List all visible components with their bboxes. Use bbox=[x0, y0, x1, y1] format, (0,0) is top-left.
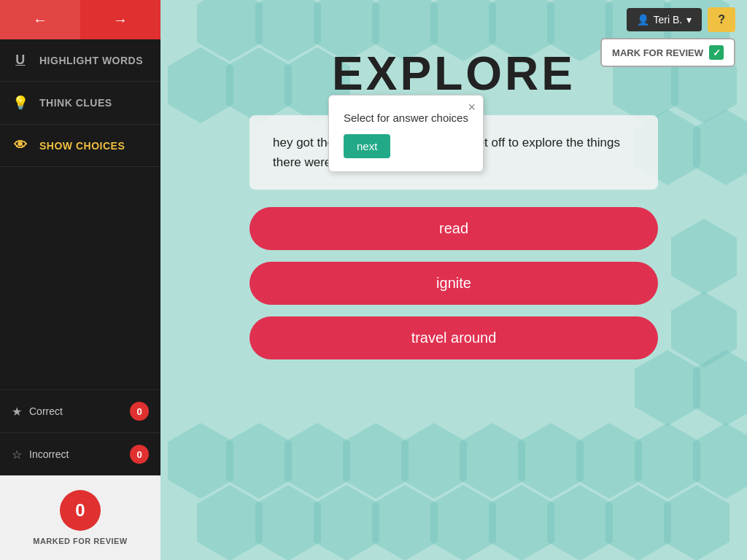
tooltip-text: Select for answer choices bbox=[344, 112, 468, 124]
incorrect-count: 0 bbox=[130, 445, 149, 464]
user-menu-button[interactable]: 👤 Teri B. ▾ bbox=[627, 8, 703, 31]
marked-for-review-panel: 0 MARKED FOR REVIEW bbox=[0, 475, 160, 560]
dropdown-chevron-icon: ▾ bbox=[686, 14, 692, 26]
mark-review-checkbox-icon: ✓ bbox=[709, 45, 724, 60]
nav-arrows: ← → bbox=[0, 0, 160, 39]
choice-button-2[interactable]: ignite bbox=[249, 262, 658, 305]
mark-review-label: MARK FOR REVIEW bbox=[612, 47, 703, 58]
help-button[interactable]: ? bbox=[708, 7, 735, 32]
correct-stat: ★ Correct 0 bbox=[0, 389, 160, 432]
back-button[interactable]: ← bbox=[0, 0, 80, 39]
incorrect-stat: ☆ Incorrect 0 bbox=[0, 432, 160, 475]
correct-label: Correct bbox=[29, 405, 123, 417]
forward-button[interactable]: → bbox=[80, 0, 160, 39]
correct-count: 0 bbox=[130, 402, 149, 421]
sidebar-item-highlight-words[interactable]: U HIGHLIGHT WORDS bbox=[0, 39, 160, 82]
lightbulb-icon: 💡 bbox=[12, 95, 29, 111]
choice-button-1[interactable]: read bbox=[249, 207, 658, 250]
underline-icon: U bbox=[12, 52, 29, 68]
choice-button-3[interactable]: travel around bbox=[249, 316, 658, 359]
sidebar-item-think-clues-label: THINK CLUES bbox=[39, 97, 112, 109]
sidebar-item-highlight-words-label: HIGHLIGHT WORDS bbox=[39, 55, 143, 66]
review-label: MARKED FOR REVIEW bbox=[33, 537, 128, 545]
topbar: 👤 Teri B. ▾ ? bbox=[160, 0, 747, 39]
tooltip-popup: × Select for answer choices next bbox=[328, 95, 484, 172]
mark-for-review-button[interactable]: MARK FOR REVIEW ✓ bbox=[600, 38, 735, 67]
sidebar: ← → U HIGHLIGHT WORDS 💡 THINK CLUES 👁 SH… bbox=[0, 0, 160, 560]
review-count: 0 bbox=[60, 490, 101, 531]
sidebar-item-think-clues[interactable]: 💡 THINK CLUES bbox=[0, 82, 160, 125]
sidebar-item-show-choices-label: SHOW CHOICES bbox=[39, 140, 125, 152]
user-name: Teri B. bbox=[654, 14, 683, 26]
main-content: 👤 Teri B. ▾ ? EXPLORE MARK FOR REVIEW ✓ … bbox=[160, 0, 747, 560]
choices-container: read ignite travel around bbox=[160, 201, 747, 365]
eye-icon: 👁 bbox=[12, 138, 29, 153]
user-icon: 👤 bbox=[637, 14, 649, 26]
star-empty-icon: ☆ bbox=[12, 448, 22, 462]
sidebar-stats: ★ Correct 0 ☆ Incorrect 0 0 MARKED FOR R… bbox=[0, 389, 160, 560]
incorrect-label: Incorrect bbox=[29, 448, 123, 460]
sidebar-item-show-choices[interactable]: 👁 SHOW CHOICES bbox=[0, 125, 160, 167]
tooltip-next-button[interactable]: next bbox=[344, 134, 390, 158]
tooltip-close-button[interactable]: × bbox=[468, 100, 476, 115]
star-filled-icon: ★ bbox=[12, 405, 22, 419]
word-title: EXPLORE bbox=[332, 47, 576, 101]
